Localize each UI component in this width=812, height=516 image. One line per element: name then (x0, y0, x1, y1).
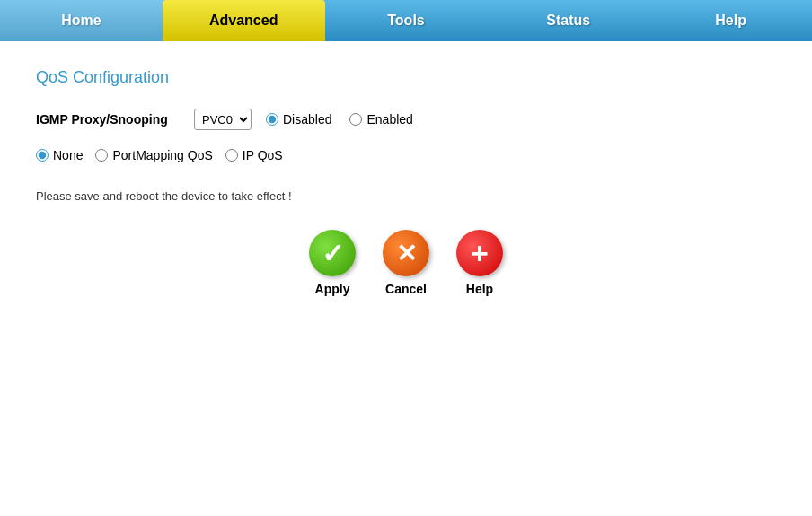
nav-help[interactable]: Help (649, 0, 812, 41)
portmapping-option[interactable]: PortMapping QoS (95, 148, 212, 162)
nav-advanced[interactable]: Advanced (163, 0, 325, 41)
ipqos-label: IP QoS (243, 148, 283, 162)
status-radio-group: Disabled Enabled (266, 112, 413, 127)
qos-mode-row: None PortMapping QoS IP QoS (36, 148, 776, 162)
enabled-radio[interactable] (349, 113, 362, 126)
disabled-label: Disabled (283, 112, 331, 127)
none-label: None (53, 148, 83, 162)
action-buttons: Apply Cancel Help (36, 230, 776, 296)
help-label: Help (466, 282, 493, 296)
ipqos-option[interactable]: IP QoS (225, 148, 283, 162)
navbar: Home Advanced Tools Status Help (0, 0, 812, 41)
main-content: QoS Configuration IGMP Proxy/Snooping PV… (0, 41, 812, 516)
portmapping-radio[interactable] (95, 149, 108, 162)
x-icon (396, 239, 417, 268)
plus-icon (471, 236, 489, 271)
enabled-option[interactable]: Enabled (349, 112, 412, 127)
check-icon (322, 238, 344, 269)
section-title: QoS Configuration (36, 68, 776, 87)
nav-tools[interactable]: Tools (325, 0, 488, 41)
none-radio[interactable] (36, 149, 49, 162)
apply-button[interactable]: Apply (309, 230, 356, 296)
apply-label: Apply (315, 282, 350, 296)
ipqos-radio[interactable] (225, 149, 238, 162)
cancel-icon (383, 230, 429, 276)
cancel-button[interactable]: Cancel (383, 230, 429, 296)
enabled-label: Enabled (366, 112, 412, 127)
none-option[interactable]: None (36, 148, 83, 162)
help-icon (456, 230, 503, 276)
igmp-row: IGMP Proxy/Snooping PVC0 PVC1 PVC2 PVC3 … (36, 109, 776, 130)
portmapping-label: PortMapping QoS (112, 148, 212, 162)
nav-home[interactable]: Home (0, 0, 163, 41)
cancel-label: Cancel (385, 282, 427, 296)
apply-icon (309, 230, 356, 276)
pvc-select[interactable]: PVC0 PVC1 PVC2 PVC3 (194, 109, 252, 130)
disabled-radio[interactable] (266, 113, 278, 126)
nav-status[interactable]: Status (487, 0, 649, 41)
help-button[interactable]: Help (456, 230, 503, 296)
notice-text: Please save and reboot the device to tak… (36, 189, 776, 203)
igmp-label: IGMP Proxy/Snooping (36, 112, 180, 127)
disabled-option[interactable]: Disabled (266, 112, 331, 127)
